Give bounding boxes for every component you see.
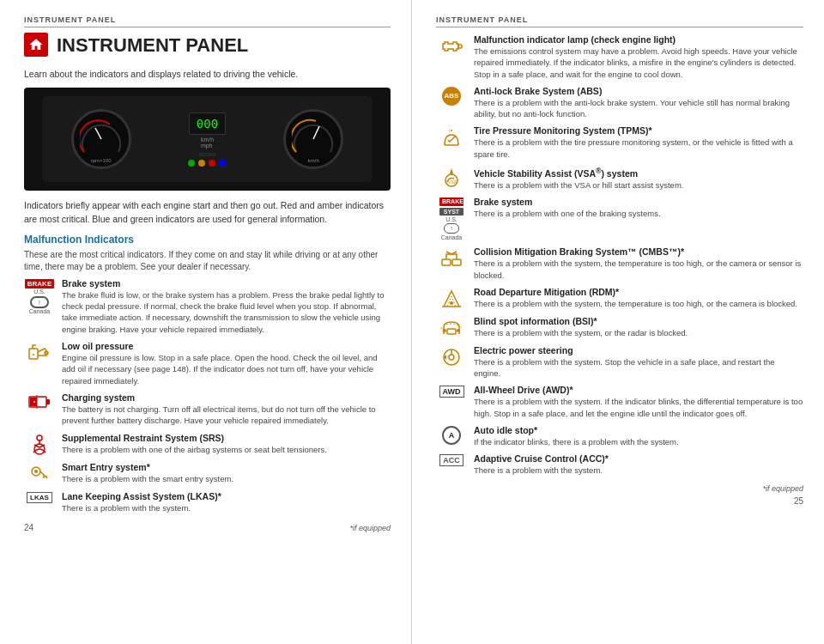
brake-right-text: Brake system There is a problem with one… bbox=[474, 197, 803, 219]
bsi-icon bbox=[440, 317, 463, 339]
cmbs-text: Collision Mitigation Braking System™ (CM… bbox=[474, 246, 803, 281]
oil-icon-wrap bbox=[24, 342, 55, 362]
awd-desc: There is a problem with the system. If t… bbox=[474, 396, 803, 419]
vsa-icon: VSA bbox=[440, 167, 463, 189]
left-if-equipped: *if equipped bbox=[349, 524, 391, 532]
odometer: 000 bbox=[189, 112, 226, 135]
svg-text:!: ! bbox=[447, 355, 448, 360]
right-if-equipped: *if equipped bbox=[762, 484, 803, 493]
mil-desc: The emissions control system may have a … bbox=[474, 46, 803, 80]
abs-title: Anti-lock Brake System (ABS) bbox=[474, 86, 602, 96]
left-gauge: rpm×100 bbox=[71, 109, 131, 169]
indicator-acc: ACC Adaptive Cruise Control (ACC)* There… bbox=[436, 453, 803, 476]
smart-entry-icon-wrap bbox=[24, 463, 55, 485]
acc-desc: There is a problem with the system. bbox=[474, 465, 803, 476]
vsa-text: Vehicle Stability Assist (VSA®) system T… bbox=[474, 166, 803, 191]
awd-icon-wrap: AWD bbox=[436, 386, 467, 398]
bsi-text: Blind spot information (BSI)* There is a… bbox=[474, 316, 803, 338]
oil-desc: Engine oil pressure is low. Stop in a sa… bbox=[62, 352, 391, 386]
brake-right-desc: There is a problem with one of the braki… bbox=[474, 208, 803, 219]
svg-rect-25 bbox=[452, 259, 461, 265]
indicator-eps: ! Electric power steering There is a pro… bbox=[436, 345, 803, 380]
brake-sub-canada: Canada bbox=[29, 308, 51, 314]
svg-line-1 bbox=[313, 126, 319, 139]
gauge-svg bbox=[80, 118, 123, 161]
brake-box: BRAKE bbox=[25, 279, 54, 289]
dashboard-inner: rpm×100 000 km/hmph 002345 bbox=[42, 96, 372, 182]
rdm-text: Road Departure Mitigation (RDM)* There i… bbox=[474, 287, 803, 309]
rdm-title: Road Departure Mitigation (RDM)* bbox=[474, 287, 619, 297]
malfunction-title: Malfunction Indicators bbox=[24, 234, 391, 246]
center-panel: 000 km/hmph 002345 bbox=[188, 112, 226, 167]
tpms-desc: There is a problem with the tire pressur… bbox=[474, 137, 803, 160]
indicator-abs: ABS Anti-lock Brake System (ABS) There i… bbox=[436, 86, 803, 120]
brake-right-icon-wrap: BRAKE SYST U.S. ! Canada bbox=[436, 197, 467, 240]
brake-text: Brake system The brake fluid is low, or … bbox=[62, 278, 391, 335]
abs-icon-wrap: ABS bbox=[436, 87, 467, 106]
svg-point-33 bbox=[449, 355, 454, 360]
svg-point-10 bbox=[37, 435, 42, 440]
battery-text: Charging system The battery is not charg… bbox=[62, 392, 391, 427]
gauge-label: rpm×100 bbox=[91, 158, 112, 163]
indicator-dots bbox=[188, 160, 226, 167]
srs-icon-wrap bbox=[24, 434, 55, 456]
right-page: INSTRUMENT PANEL Malfunction indicator l… bbox=[412, 0, 824, 644]
dashboard-image: rpm×100 000 km/hmph 002345 bbox=[24, 88, 391, 191]
speed-unit: km/hmph bbox=[201, 137, 214, 149]
smart-entry-desc: There is a problem with the smart entry … bbox=[62, 473, 391, 484]
home-icon bbox=[24, 33, 48, 57]
right-section-header: INSTRUMENT PANEL bbox=[436, 15, 803, 27]
vsa-icon-wrap: VSA bbox=[436, 167, 467, 189]
brake-exclaim: ! bbox=[39, 300, 40, 306]
svg-rect-5 bbox=[46, 399, 50, 404]
tpms-title: Tire Pressure Monitoring System (TPMS)* bbox=[474, 125, 652, 136]
cmbs-title: Collision Mitigation Braking System™ (CM… bbox=[474, 246, 684, 257]
abs-text: Anti-lock Brake System (ABS) There is a … bbox=[474, 86, 803, 120]
right-page-bottom: *if equipped 25 bbox=[436, 483, 803, 506]
bsi-title: Blind spot information (BSI)* bbox=[474, 316, 597, 326]
awd-box: AWD bbox=[439, 386, 464, 398]
cmbs-icon bbox=[440, 247, 463, 270]
cmbs-desc: There is a problem with the system, the … bbox=[474, 258, 803, 281]
indicator-cmbs: Collision Mitigation Braking System™ (CM… bbox=[436, 246, 803, 281]
tpms-text: Tire Pressure Monitoring System (TPMS)* … bbox=[474, 125, 803, 160]
srs-title: Supplemental Restraint System (SRS) bbox=[62, 433, 224, 443]
abs-box: ABS bbox=[442, 87, 461, 106]
auto-idle-icon-wrap: A bbox=[436, 426, 467, 445]
rdm-icon bbox=[440, 288, 463, 310]
svg-rect-19 bbox=[458, 45, 462, 48]
subtitle: Learn about the indicators and displays … bbox=[24, 69, 391, 79]
srs-text: Supplemental Restraint System (SRS) Ther… bbox=[62, 433, 391, 455]
right-gauge-label: km/h bbox=[308, 158, 319, 163]
home-icon-wrap bbox=[24, 33, 48, 57]
bsi-icon-wrap bbox=[436, 317, 467, 339]
oil-text: Low oil pressure Engine oil pressure is … bbox=[62, 341, 391, 386]
indicator-lkas: LKAS Lane Keeping Assist System (LKAS)* … bbox=[24, 491, 391, 513]
abs-desc: There is a problem with the anti-lock br… bbox=[474, 97, 803, 120]
indicator-srs: Supplemental Restraint System (SRS) Ther… bbox=[24, 433, 391, 456]
acc-box: ACC bbox=[439, 454, 464, 466]
right-gauge-svg bbox=[292, 118, 335, 161]
battery-icon bbox=[27, 393, 52, 410]
svg-line-0 bbox=[95, 128, 101, 139]
bsi-desc: There is a problem with the system, or t… bbox=[474, 327, 803, 338]
oil-can-icon bbox=[27, 342, 52, 362]
green-dot bbox=[188, 160, 195, 167]
vsa-title: Vehicle Stability Assist (VSA®) system bbox=[474, 168, 638, 179]
right-bottom-wrap: *if equipped 25 bbox=[762, 483, 803, 506]
indicator-auto-idle: A Auto idle stop* If the indicator blink… bbox=[436, 425, 803, 447]
left-page: INSTRUMENT PANEL INSTRUMENT PANEL Learn … bbox=[0, 0, 412, 644]
engine-icon bbox=[439, 35, 464, 58]
key-icon bbox=[28, 463, 51, 485]
svg-point-30 bbox=[443, 329, 446, 332]
battery-icon-wrap bbox=[24, 393, 55, 410]
vsa-desc: There is a problem with the VSA or hill … bbox=[474, 179, 803, 191]
indicator-bsi: Blind spot information (BSI)* There is a… bbox=[436, 316, 803, 339]
auto-idle-circle: A bbox=[442, 426, 461, 445]
svg-text:!: ! bbox=[449, 129, 450, 134]
battery-title: Charging system bbox=[62, 392, 135, 403]
auto-idle-desc: If the indicator blinks, there is a prob… bbox=[474, 436, 803, 447]
awd-text: All-Wheel Drive (AWD)* There is a proble… bbox=[474, 385, 803, 419]
brake-title: Brake system bbox=[62, 278, 120, 289]
lkas-box: LKAS bbox=[27, 492, 52, 503]
